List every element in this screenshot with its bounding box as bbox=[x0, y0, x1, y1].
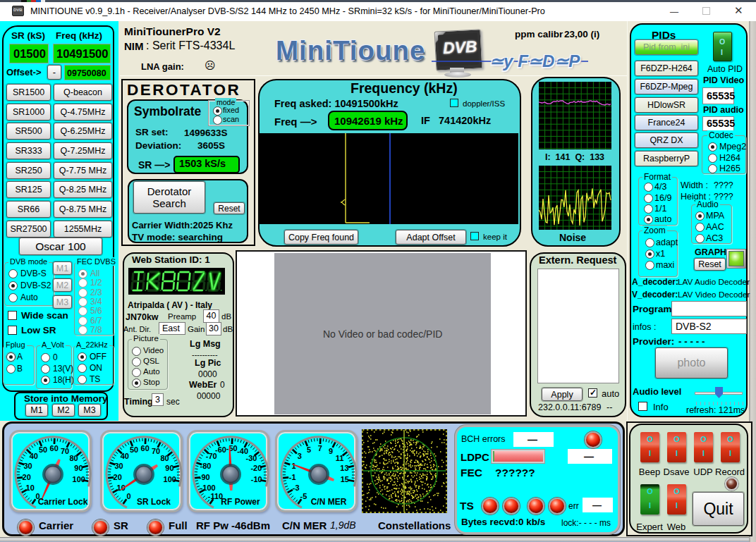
svg-text:100: 100 bbox=[164, 475, 176, 484]
svg-text:-80: -80 bbox=[200, 462, 212, 470]
svg-text:9: 9 bbox=[329, 447, 333, 455]
svg-text:80: 80 bbox=[69, 454, 78, 462]
svg-text:100: 100 bbox=[73, 475, 85, 484]
svg-text:-5: -5 bbox=[300, 492, 307, 500]
svg-text:40: 40 bbox=[121, 452, 129, 460]
svg-text:11: 11 bbox=[336, 454, 344, 462]
svg-text:7: 7 bbox=[318, 444, 322, 452]
svg-text:-30: -30 bbox=[246, 454, 257, 462]
svg-text:30: 30 bbox=[114, 462, 123, 470]
svg-text:60: 60 bbox=[141, 444, 150, 452]
svg-text:0: 0 bbox=[126, 492, 130, 500]
svg-text:60: 60 bbox=[50, 444, 59, 452]
svg-text:-50: -50 bbox=[226, 444, 238, 452]
svg-text:80: 80 bbox=[160, 454, 169, 462]
svg-text:20: 20 bbox=[114, 473, 122, 481]
svg-text:13: 13 bbox=[340, 464, 348, 472]
svg-text:10: 10 bbox=[26, 484, 35, 492]
svg-text:90: 90 bbox=[165, 464, 173, 472]
svg-text:-60: -60 bbox=[215, 445, 226, 454]
svg-text:-3: -3 bbox=[293, 484, 300, 492]
svg-text:15: 15 bbox=[341, 475, 349, 484]
svg-text:-90: -90 bbox=[199, 473, 210, 481]
svg-text:50: 50 bbox=[39, 445, 47, 454]
svg-text:-100: -100 bbox=[200, 484, 216, 492]
svg-text:-1: -1 bbox=[289, 473, 296, 481]
svg-text:50: 50 bbox=[130, 445, 138, 454]
svg-text:5: 5 bbox=[307, 445, 311, 454]
svg-text:40: 40 bbox=[30, 452, 38, 460]
svg-text:70: 70 bbox=[152, 447, 160, 455]
svg-text:20: 20 bbox=[23, 473, 31, 481]
svg-text:70: 70 bbox=[61, 447, 69, 455]
svg-text:-20: -20 bbox=[250, 464, 262, 472]
svg-text:30: 30 bbox=[23, 462, 32, 470]
svg-text:3: 3 bbox=[298, 452, 302, 460]
svg-text:90: 90 bbox=[74, 464, 83, 472]
svg-text:-10: -10 bbox=[251, 475, 262, 484]
